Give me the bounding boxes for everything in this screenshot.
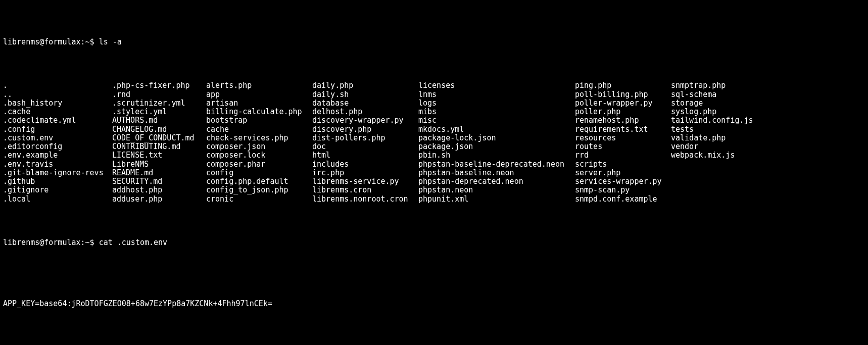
ls-entry: CODE_OF_CONDUCT.md [112,134,206,142]
ls-entry: CHANGELOG.md [112,125,206,134]
ls-entry: package.json [418,142,575,151]
shell-prompt: librenms@formulax:~$ [3,37,94,46]
ls-entry [671,186,865,194]
ls-entry: scripts [575,160,671,169]
ls-entry: .codeclimate.yml [3,116,112,125]
ls-entry: CONTRIBUTING.md [112,142,206,151]
terminal[interactable]: librenms@formulax:~$ ls -a . .php-cs-fix… [0,0,868,345]
ls-entry: discovery.php [312,125,418,134]
ls-entry: bootstrap [206,116,312,125]
ls-entry: composer.lock [206,151,312,160]
ls-entry: cache [206,125,312,134]
ls-output: . .php-cs-fixer.php alerts.php daily.php… [3,81,865,204]
ls-entry: .scrutinizer.yml [112,99,206,108]
ls-entry: librenms-service.py [312,177,418,186]
ls-entry: .rnd [112,90,206,99]
ls-entry: tailwind.config.js [671,116,865,125]
ls-entry: .styleci.yml [112,108,206,116]
ls-entry: mkdocs.yml [418,125,575,134]
ls-entry: .bash_history [3,99,112,108]
ls-entry: .cache [3,108,112,116]
ls-entry: discovery-wrapper.py [312,116,418,125]
ls-entry: .config [3,125,112,134]
ls-entry: config [206,169,312,177]
ls-entry: phpstan.neon [418,186,575,194]
ls-entry: check-services.php [206,134,312,142]
ls-entry: poller.php [575,108,671,116]
ls-entry: billing-calculate.php [206,108,312,116]
ls-entry: adduser.php [112,195,206,204]
prompt-line-ls: librenms@formulax:~$ ls -a [3,38,865,46]
ls-entry: LibreNMS [112,160,206,169]
ls-entry: LICENSE.txt [112,151,206,160]
ls-entry: AUTHORS.md [112,116,206,125]
shell-prompt: librenms@formulax:~$ [3,238,94,247]
ls-entry: .custom.env [3,134,112,142]
ls-entry: pbin.sh [418,151,575,160]
ls-entry: rrd [575,151,671,160]
ls-entry [671,169,865,177]
ls-entry: phpstan-baseline.neon [418,169,575,177]
ls-entry: snmpd.conf.example [575,195,671,204]
ls-entry: misc [418,116,575,125]
ls-entry: vendor [671,142,865,151]
ls-entry: syslog.php [671,108,865,116]
ls-entry: .env.travis [3,160,112,169]
ls-entry: poll-billing.php [575,90,671,99]
ls-entry: .. [3,90,112,99]
ls-entry: daily.sh [312,90,418,99]
env-app-key: APP_KEY=base64:jRoDTOFGZEO08+68w7EzYPp8a… [3,300,865,308]
ls-entry: .editorconfig [3,142,112,151]
ls-entry: doc [312,142,418,151]
ls-entry: phpunit.xml [418,195,575,204]
ls-entry: .github [3,177,112,186]
blank-line [3,325,865,334]
prompt-line-cat: librenms@formulax:~$ cat .custom.env [3,238,865,247]
ls-entry: addhost.php [112,186,206,194]
ls-entry: renamehost.php [575,116,671,125]
ls-entry: delhost.php [312,108,418,116]
ls-entry: librenms.cron [312,186,418,194]
ls-entry: daily.php [312,81,418,90]
ls-entry: html [312,151,418,160]
ls-entry: tests [671,125,865,134]
ls-entry: snmp-scan.py [575,186,671,194]
ls-entry: .gitignore [3,186,112,194]
ls-entry: validate.php [671,134,865,142]
ls-entry: cronic [206,195,312,204]
cat-output: APP_KEY=base64:jRoDTOFGZEO08+68w7EzYPp8a… [3,282,865,345]
ls-entry: mibs [418,108,575,116]
command-ls: ls -a [99,37,122,46]
ls-entry: logs [418,99,575,108]
ls-entry: .env.example [3,151,112,160]
ls-entry: . [3,81,112,90]
ls-entry: librenms.nonroot.cron [312,195,418,204]
ls-entry: routes [575,142,671,151]
ls-entry: composer.json [206,142,312,151]
ls-entry: webpack.mix.js [671,151,865,160]
ls-entry: artisan [206,99,312,108]
ls-entry: dist-pollers.php [312,134,418,142]
ls-entry: config_to_json.php [206,186,312,194]
ls-entry: phpstan-deprecated.neon [418,177,575,186]
ls-entry: poller-wrapper.py [575,99,671,108]
ls-entry: lnms [418,90,575,99]
ls-entry: irc.php [312,169,418,177]
ls-entry: README.md [112,169,206,177]
ls-entry [671,177,865,186]
ls-entry: database [312,99,418,108]
command-cat: cat .custom.env [99,238,167,247]
ls-entry: ping.php [575,81,671,90]
ls-entry: includes [312,160,418,169]
ls-entry: .git-blame-ignore-revs [3,169,112,177]
ls-entry: storage [671,99,865,108]
ls-entry: package-lock.json [418,134,575,142]
ls-entry: alerts.php [206,81,312,90]
ls-entry: sql-schema [671,90,865,99]
ls-entry: config.php.default [206,177,312,186]
ls-entry: resources [575,134,671,142]
ls-entry: licenses [418,81,575,90]
ls-entry: phpstan-baseline-deprecated.neon [418,160,575,169]
ls-entry [671,160,865,169]
ls-entry: snmptrap.php [671,81,865,90]
